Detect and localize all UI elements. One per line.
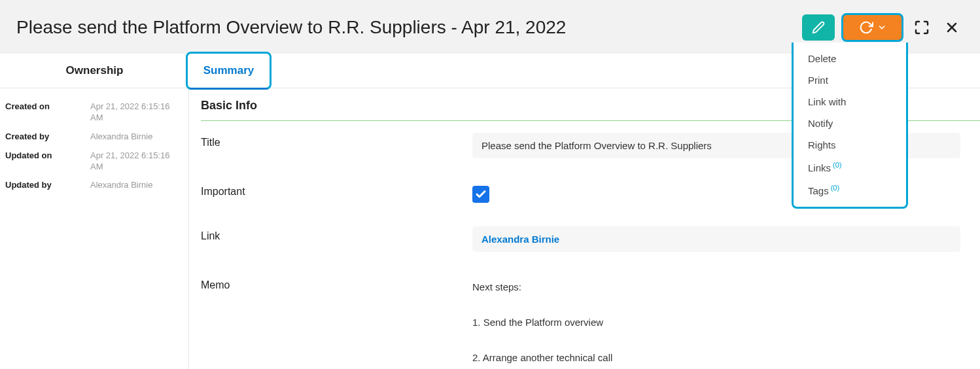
expand-icon	[914, 20, 930, 35]
ownership-panel: Created on Apr 21, 2022 6:15:16 AM Creat…	[0, 88, 188, 204]
dropdown-links[interactable]: Links(0)	[794, 156, 906, 179]
refresh-icon	[859, 20, 873, 35]
dropdown-rights[interactable]: Rights	[794, 134, 906, 156]
memo-line: Next steps:	[472, 279, 980, 295]
important-label: Important	[201, 182, 472, 198]
tab-summary[interactable]: Summary	[186, 52, 271, 90]
actions-dropdown: Delete Print Link with Notify Rights Lin…	[792, 43, 908, 209]
memo-label: Memo	[201, 275, 472, 291]
dropdown-tags[interactable]: Tags(0)	[794, 179, 906, 202]
updated-by-label: Updated by	[5, 180, 90, 191]
updated-on-label: Updated on	[5, 150, 90, 173]
updated-on-value: Apr 21, 2022 6:15:16 AM	[90, 150, 183, 173]
pencil-icon	[812, 21, 825, 34]
tab-ownership[interactable]: Ownership	[0, 54, 189, 88]
memo-line: 1. Send the Platform overview	[472, 315, 980, 330]
created-by-label: Created by	[5, 132, 90, 143]
chevron-down-icon	[877, 23, 886, 32]
link-value[interactable]: Alexandra Birnie	[472, 226, 960, 252]
dropdown-link-with[interactable]: Link with	[794, 91, 906, 113]
memo-line: 2. Arrange another technical call	[472, 350, 980, 366]
expand-button[interactable]	[910, 16, 934, 39]
edit-button[interactable]	[802, 14, 835, 41]
check-icon	[475, 188, 487, 200]
tags-badge: (0)	[831, 184, 839, 192]
page-title: Please send the Platform Overview to R.R…	[16, 17, 802, 38]
dropdown-notify[interactable]: Notify	[794, 113, 906, 134]
important-checkbox[interactable]	[472, 186, 489, 203]
dropdown-print[interactable]: Print	[794, 69, 906, 91]
memo-value: Next steps: 1. Send the Platform overvie…	[472, 275, 980, 366]
close-button[interactable]	[940, 16, 964, 39]
created-on-label: Created on	[5, 101, 90, 124]
links-badge: (0)	[833, 161, 841, 169]
title-label: Title	[201, 133, 472, 149]
created-on-value: Apr 21, 2022 6:15:16 AM	[90, 101, 183, 124]
link-label: Link	[201, 226, 472, 242]
dropdown-delete[interactable]: Delete	[794, 48, 906, 69]
updated-by-value: Alexandra Birnie	[90, 180, 183, 191]
close-icon	[944, 20, 960, 35]
created-by-value: Alexandra Birnie	[90, 132, 183, 143]
actions-button[interactable]	[841, 13, 903, 42]
